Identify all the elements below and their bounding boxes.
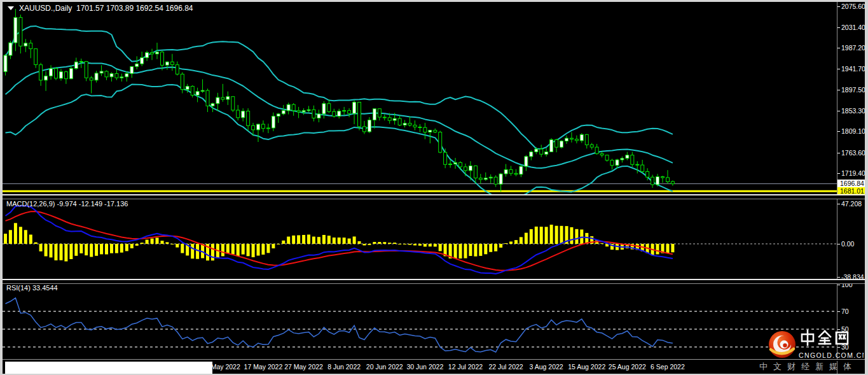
date-tick-label: 15 Aug 2022 bbox=[568, 363, 605, 371]
date-tick-label: 3 Aug 2022 bbox=[530, 363, 563, 371]
price-tick-label: 1853.30 bbox=[841, 107, 865, 115]
rsi-indicator-label: RSI(14) 33.4544 bbox=[6, 284, 58, 292]
cngold-tagline: 中文财经新媒体 bbox=[759, 361, 865, 372]
date-tick-label: 12 Jul 2022 bbox=[448, 363, 483, 371]
white-cover-box bbox=[5, 362, 212, 374]
macd-tick-label: 47.208 bbox=[841, 200, 862, 208]
axis-tick-mark bbox=[837, 244, 840, 244]
brand-logotype bbox=[802, 330, 848, 345]
price-tick-label: 2075.60 bbox=[841, 3, 865, 10]
window-frame-top bbox=[0, 0, 868, 2]
price-tick-label: 1897.50 bbox=[841, 86, 865, 94]
cngold-domain-text: CNGOLD.COM.CN bbox=[799, 351, 864, 359]
macd-tick-label: 0.00 bbox=[841, 240, 854, 248]
axis-tick-mark bbox=[837, 204, 840, 204]
axis-tick-mark bbox=[837, 131, 840, 132]
axis-tick-mark bbox=[837, 173, 840, 174]
axis-tick-mark bbox=[837, 111, 840, 111]
pane-separator-macd-rsi[interactable] bbox=[3, 279, 865, 284]
price-tick-label: 1763.60 bbox=[841, 149, 865, 157]
date-tick-label: 17 May 2022 bbox=[244, 363, 283, 371]
price-tick-label: 1809.10 bbox=[841, 127, 865, 135]
cngold-logo-icon bbox=[769, 331, 796, 358]
axis-tick-mark bbox=[837, 27, 840, 28]
axis-tick-mark bbox=[837, 90, 840, 90]
axis-tick-mark bbox=[837, 153, 840, 153]
date-tick-label: 20 Jun 2022 bbox=[366, 363, 403, 371]
price-tick-label: 1719.40 bbox=[841, 169, 865, 177]
pane-separator-main-macd[interactable] bbox=[3, 194, 865, 199]
axis-tick-mark bbox=[837, 6, 840, 7]
window-frame-left bbox=[0, 0, 3, 375]
date-tick-label: 25 Aug 2022 bbox=[609, 363, 646, 371]
date-tick-label: 6 Sep 2022 bbox=[651, 363, 685, 371]
chart-window: XAUUSD.,Daily 1701.57 1703.89 1692.54 16… bbox=[0, 0, 868, 375]
rsi-tick-label: 70 bbox=[841, 308, 849, 315]
axis-tick-mark bbox=[837, 48, 840, 48]
price-tick-label: 1941.70 bbox=[841, 65, 865, 73]
date-tick-label: 8 Jun 2022 bbox=[327, 363, 361, 371]
price-tick-label: 2031.40 bbox=[841, 24, 865, 31]
symbol-ohlc-line: XAUUSD.,Daily 1701.57 1703.89 1692.54 16… bbox=[19, 4, 193, 13]
pane-separator-rsi-timeaxis bbox=[3, 359, 865, 361]
axis-tick-mark bbox=[837, 311, 840, 312]
date-tick-label: 22 Jul 2022 bbox=[488, 363, 523, 371]
axis-tick-mark bbox=[837, 285, 840, 285]
axis-tick-mark bbox=[837, 69, 840, 69]
date-tick-label: 27 May 2022 bbox=[284, 363, 323, 371]
chart-canvas[interactable] bbox=[0, 0, 868, 375]
window-frame-right bbox=[865, 0, 868, 375]
macd-indicator-label: MACD(12,26,9) -9.974 -12.149 -17.136 bbox=[6, 200, 128, 208]
symbol-header: XAUUSD.,Daily 1701.57 1703.89 1692.54 16… bbox=[8, 4, 193, 13]
axis-tick-mark bbox=[837, 277, 840, 278]
price-tick-label: 1987.20 bbox=[841, 44, 865, 52]
date-tick-label: 30 Jun 2022 bbox=[406, 363, 443, 371]
symbol-dropdown-icon[interactable] bbox=[8, 6, 14, 10]
